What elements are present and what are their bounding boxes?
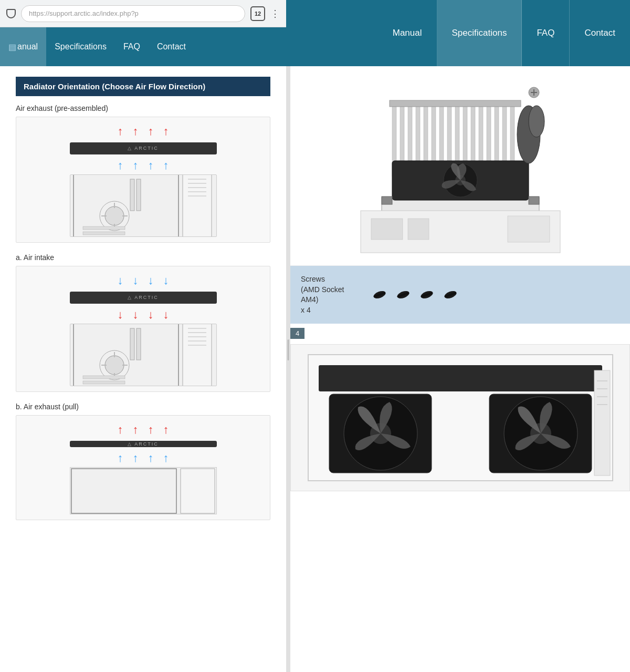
left-nav: ▤anual Specifications FAQ Contact: [0, 27, 286, 66]
airflow-diagram-3: ↑ ↑ ↑ ↑ △ ARCTIC ↑ ↑ ↑ ↑: [16, 415, 270, 520]
divider-handle: [288, 339, 289, 360]
pc-case-sketch-3-partial: [70, 467, 217, 514]
pc-sketch-svg-1: [72, 174, 214, 237]
left-pane: ▤anual Specifications FAQ Contact Radiat…: [0, 27, 286, 672]
svg-rect-34: [71, 469, 176, 513]
left-nav-contact[interactable]: Contact: [149, 27, 194, 66]
pc-sketch-svg-2: [72, 324, 214, 386]
shield-icon: [6, 9, 16, 18]
svg-rect-65: [371, 219, 403, 240]
right-pane: Screws (AMD Socket AM4) x 4: [290, 66, 630, 672]
airflow-label-2: a. Air intake: [16, 253, 270, 262]
cpu-cooler-section: [290, 66, 630, 266]
screws-section: Screws (AMD Socket AM4) x 4: [290, 266, 630, 324]
menu-icon[interactable]: ⋮: [270, 8, 280, 19]
airflow-label-1: Air exhaust (pre-assembled): [16, 104, 270, 112]
svg-rect-64: [529, 197, 539, 204]
bottom-arrows-1: ↑ ↑ ↑ ↑: [118, 160, 169, 171]
left-nav-specifications[interactable]: Specifications: [46, 27, 115, 66]
airflow-diagram-1: ↑ ↑ ↑ ↑ △ ARCTIC ↑ ↑ ↑ ↑: [16, 117, 270, 243]
left-content: Radiator Orientation (Choose Air Flow Di…: [0, 66, 286, 672]
right-nav-specifications[interactable]: Specifications: [437, 0, 522, 66]
url-text: https://support.arctic.ac/index.php?p: [29, 9, 139, 17]
page-badge: 4: [290, 328, 304, 339]
right-nav-contact[interactable]: Contact: [570, 0, 630, 66]
airflow-diagram-2: ↓ ↓ ↓ ↓ △ ARCTIC ↓ ↓ ↓ ↓: [16, 266, 270, 392]
screws-label-line4: x 4: [301, 306, 311, 314]
radiator-bar-1: △ ARCTIC: [70, 142, 217, 154]
top-arrows-3: ↑ ↑ ↑ ↑: [118, 424, 169, 436]
right-nav-manual[interactable]: Manual: [378, 0, 437, 66]
pc-case-sketch-1: [70, 174, 217, 237]
left-nav-manual[interactable]: ▤anual: [0, 27, 46, 66]
fan-image-section: [290, 344, 630, 491]
right-nav-items: Manual Specifications FAQ Contact: [378, 0, 630, 66]
left-nav-faq[interactable]: FAQ: [115, 27, 149, 66]
bottom-arrows-3: ↑ ↑ ↑ ↑: [118, 452, 169, 464]
pc-case-sketch-2: [70, 324, 217, 386]
svg-rect-27: [83, 381, 125, 384]
svg-rect-8: [136, 179, 141, 211]
svg-rect-63: [382, 197, 392, 204]
svg-rect-35: [181, 469, 215, 513]
svg-rect-7: [130, 179, 134, 211]
url-bar[interactable]: https://support.arctic.ac/index.php?p: [21, 5, 245, 22]
svg-rect-67: [508, 216, 550, 242]
browser-bar: https://support.arctic.ac/index.php?p 12…: [0, 0, 286, 27]
airflow-label-3: b. Air exhaust (pull): [16, 402, 270, 411]
screws-svg: [369, 287, 474, 303]
fan-image-svg: [303, 349, 618, 486]
svg-point-62: [529, 106, 544, 137]
svg-rect-25: [136, 328, 141, 360]
screws-icons: [369, 287, 474, 303]
radiator-bar-2: △ ARCTIC: [70, 292, 217, 304]
page-badge-wrapper: 4: [290, 324, 630, 344]
tab-count[interactable]: 12: [250, 6, 265, 21]
pc-sketch-svg-3: [70, 468, 217, 515]
svg-rect-77: [319, 365, 602, 391]
svg-rect-66: [408, 219, 429, 240]
top-arrows-1: ↑ ↑ ↑ ↑: [118, 126, 169, 137]
svg-rect-24: [130, 328, 134, 360]
svg-point-19: [105, 356, 124, 375]
right-nav: Manual Specifications FAQ Contact: [378, 0, 630, 66]
svg-rect-26: [83, 376, 125, 379]
screws-label-line1: Screws: [301, 275, 325, 283]
section-header: Radiator Orientation (Choose Air Flow Di…: [16, 77, 270, 96]
right-top-nav: Manual Specifications FAQ Contact: [286, 0, 630, 66]
m-icon: ▤: [8, 42, 16, 52]
cpu-cooler-svg: [350, 71, 571, 261]
radiator-bar-3: △ ARCTIC: [70, 441, 217, 447]
svg-rect-84: [594, 370, 610, 475]
right-nav-faq[interactable]: FAQ: [522, 0, 570, 66]
svg-point-2: [105, 206, 124, 225]
svg-rect-54: [390, 100, 521, 107]
pane-divider: [286, 27, 290, 672]
top-arrows-2: ↓ ↓ ↓ ↓: [118, 275, 169, 286]
screws-label-line2: (AMD Socket: [301, 285, 344, 294]
bottom-arrows-2: ↓ ↓ ↓ ↓: [118, 309, 169, 321]
screws-label-line3: AM4): [301, 295, 318, 304]
svg-rect-9: [83, 226, 125, 230]
svg-rect-10: [83, 232, 125, 235]
screws-label: Screws (AMD Socket AM4) x 4: [301, 274, 359, 315]
